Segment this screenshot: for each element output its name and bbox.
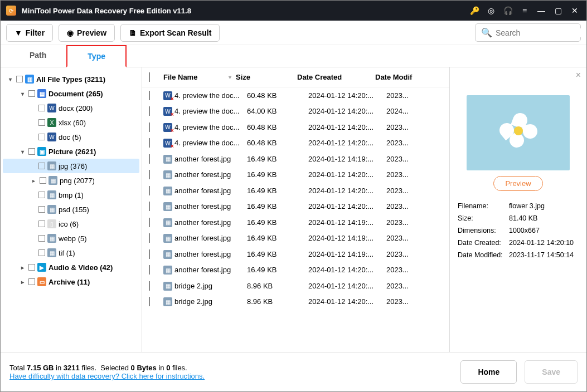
help-link[interactable]: Have difficulty with data recovery? Clic… — [9, 372, 205, 380]
checkbox[interactable] — [16, 76, 23, 82]
file-icon: ▯ — [47, 219, 56, 228]
col-date-created[interactable]: Date Created — [297, 73, 375, 81]
tree-label: docx (200) — [59, 104, 93, 112]
maximize-icon[interactable]: ▢ — [552, 6, 564, 15]
cell-filename: another forest.jpg — [174, 218, 247, 227]
file-row[interactable]: W4. preview the doc...60.48 KB2024-01-12… — [142, 135, 449, 151]
save-button[interactable]: Save — [525, 360, 578, 384]
checkbox[interactable] — [28, 148, 35, 155]
cell-size: 16.49 KB — [247, 250, 308, 258]
col-filename[interactable]: File Name▾ — [163, 73, 236, 81]
chevron-down-icon[interactable]: ▾ — [18, 91, 26, 97]
chevron-right-icon[interactable]: ▸ — [18, 264, 26, 271]
checkbox[interactable] — [38, 119, 45, 126]
row-checkbox[interactable] — [149, 281, 150, 291]
row-checkbox[interactable] — [149, 122, 150, 132]
row-checkbox[interactable] — [149, 154, 150, 164]
tree-psd[interactable]: ▦psd (155) — [3, 202, 139, 217]
chevron-down-icon[interactable]: ▾ — [18, 149, 26, 155]
tree-ico[interactable]: ▯ico (6) — [3, 217, 139, 231]
tree-bmp[interactable]: ▦bmp (1) — [3, 188, 139, 202]
tree-audio-video[interactable]: ▸▶Audio & Video (42) — [3, 260, 139, 275]
row-checkbox[interactable] — [149, 170, 150, 179]
checkbox[interactable] — [40, 177, 46, 184]
tree-doc[interactable]: Wdoc (5) — [3, 130, 139, 144]
tree-webp[interactable]: ▦webp (5) — [3, 231, 139, 246]
tree-picture[interactable]: ▾▣Picture (2621) — [3, 144, 139, 159]
license-key-icon[interactable]: 🔑 — [468, 6, 481, 15]
file-row[interactable]: ▦another forest.jpg16.49 KB2024-01-12 14… — [142, 151, 449, 167]
tree-archive[interactable]: ▸▭Archive (11) — [3, 275, 139, 289]
file-row[interactable]: W4. preview the doc...60.48 KB2024-01-12… — [142, 87, 449, 104]
checkbox[interactable] — [28, 278, 35, 285]
row-checkbox[interactable] — [149, 186, 150, 195]
open-preview-button[interactable]: Preview — [493, 176, 542, 191]
checkbox[interactable] — [28, 90, 35, 97]
close-icon[interactable]: ✕ — [569, 6, 581, 15]
row-checkbox[interactable] — [149, 265, 150, 275]
checkbox[interactable] — [38, 220, 45, 227]
file-row[interactable]: W4. preview the doc...64.00 KB2024-01-12… — [142, 104, 449, 120]
file-row[interactable]: ▦another forest.jpg16.49 KB2024-01-12 14… — [142, 262, 449, 278]
checkbox[interactable] — [38, 134, 45, 140]
tree-xlsx[interactable]: Xxlsx (60) — [3, 115, 139, 130]
row-checkbox[interactable] — [149, 138, 150, 148]
support-icon[interactable]: 🎧 — [502, 6, 514, 15]
search-input[interactable] — [496, 28, 587, 37]
file-row[interactable]: ▦another forest.jpg16.49 KB2024-01-12 14… — [142, 199, 449, 215]
cell-date-created: 2024-01-12 14:19:... — [308, 250, 386, 258]
disc-icon[interactable]: ◎ — [485, 6, 497, 15]
checkbox[interactable] — [38, 249, 45, 256]
row-checkbox[interactable] — [149, 91, 150, 100]
checkbox[interactable] — [38, 105, 45, 111]
col-date-modified[interactable]: Date Modif — [375, 73, 414, 81]
chevron-down-icon[interactable]: ▾ — [6, 76, 14, 82]
checkbox[interactable] — [28, 264, 35, 271]
tree-document[interactable]: ▾▤Document (265) — [3, 86, 139, 101]
home-button[interactable]: Home — [460, 360, 517, 384]
file-row[interactable]: ▦bridge 2.jpg8.96 KB2024-01-12 14:20:...… — [142, 278, 449, 294]
tab-type[interactable]: Type — [66, 45, 127, 67]
tree-jpg[interactable]: ▦jpg (376) — [3, 159, 139, 173]
search-box[interactable]: 🔍 — [475, 23, 581, 42]
cell-size: 64.00 KB — [247, 107, 308, 115]
all-types-icon: ▥ — [25, 75, 34, 84]
select-all-checkbox[interactable] — [149, 72, 150, 82]
checkbox[interactable] — [38, 235, 45, 242]
export-button[interactable]: 🗎Export Scan Result — [120, 24, 220, 42]
tree-all-file-types[interactable]: ▾▥All File Types (3211) — [3, 72, 139, 86]
tree-png[interactable]: ▸▦png (2077) — [3, 173, 139, 188]
file-row[interactable]: ▦another forest.jpg16.49 KB2024-01-12 14… — [142, 214, 449, 231]
row-checkbox[interactable] — [149, 233, 150, 243]
close-preview-icon[interactable]: × — [576, 70, 581, 80]
file-row[interactable]: W4. preview the doc...60.48 KB2024-01-12… — [142, 119, 449, 135]
cell-date-created: 2024-01-12 14:20:... — [308, 266, 386, 274]
row-checkbox[interactable] — [149, 202, 150, 211]
file-row[interactable]: ▦another forest.jpg16.49 KB2024-01-12 14… — [142, 246, 449, 262]
row-checkbox[interactable] — [149, 106, 150, 116]
file-row[interactable]: ▦another forest.jpg16.49 KB2024-01-12 14… — [142, 231, 449, 247]
col-size[interactable]: Size — [236, 73, 297, 81]
menu-icon[interactable]: ≡ — [518, 6, 531, 15]
tree-tif[interactable]: ▦tif (1) — [3, 246, 139, 260]
word-file-icon: W — [163, 123, 172, 132]
minimize-icon[interactable]: — — [535, 6, 547, 15]
checkbox[interactable] — [38, 192, 45, 198]
tree-docx[interactable]: Wdocx (200) — [3, 101, 139, 115]
row-checkbox[interactable] — [149, 249, 150, 259]
preview-button[interactable]: ◉Preview — [59, 24, 115, 42]
row-checkbox[interactable] — [149, 297, 150, 306]
chevron-right-icon[interactable]: ▸ — [30, 178, 37, 184]
checkbox[interactable] — [38, 206, 45, 213]
file-row[interactable]: ▦another forest.jpg16.49 KB2024-01-12 14… — [142, 183, 449, 199]
cell-date-created: 2024-01-12 14:20:... — [308, 139, 386, 147]
image-icon: ▦ — [47, 205, 56, 214]
row-checkbox[interactable] — [149, 218, 150, 227]
filter-button[interactable]: ▼Filter — [6, 24, 53, 42]
file-row[interactable]: ▦bridge 2.jpg8.96 KB2024-01-12 14:20:...… — [142, 294, 449, 310]
cell-size: 60.48 KB — [247, 91, 308, 100]
file-row[interactable]: ▦another forest.jpg16.49 KB2024-01-12 14… — [142, 167, 449, 183]
tab-path[interactable]: Path — [9, 45, 66, 67]
checkbox[interactable] — [38, 163, 45, 169]
chevron-right-icon[interactable]: ▸ — [18, 279, 26, 285]
